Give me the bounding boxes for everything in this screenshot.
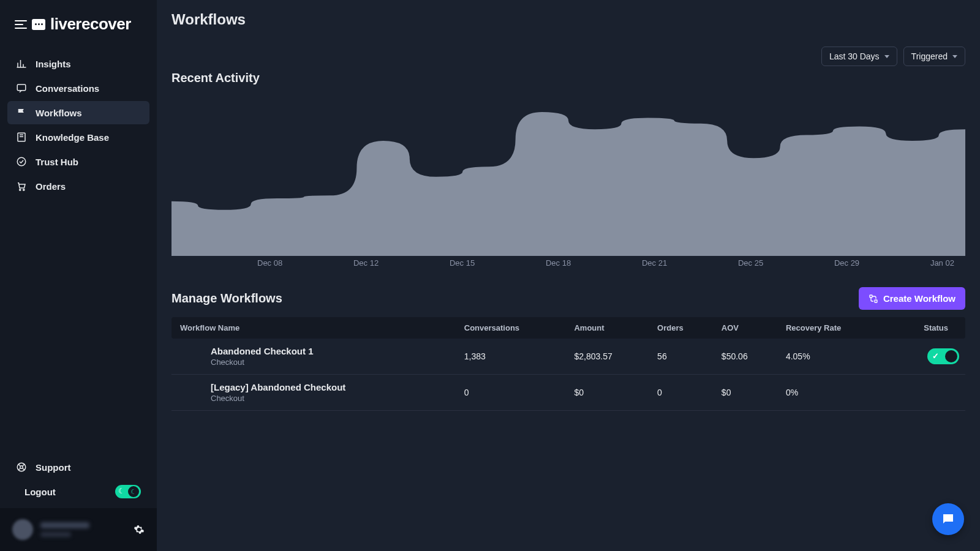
theme-toggle[interactable] xyxy=(115,485,141,498)
col-orders: Orders xyxy=(650,317,714,339)
menu-icon[interactable] xyxy=(15,20,27,29)
cell-orders: 0 xyxy=(650,375,714,411)
svg-rect-0 xyxy=(17,84,26,91)
book-icon xyxy=(16,132,27,143)
col-conversations: Conversations xyxy=(457,317,567,339)
cell-amount: $2,803.57 xyxy=(567,339,650,375)
chat-icon xyxy=(16,83,27,94)
activity-chart: Dec 08Dec 12Dec 15Dec 18Dec 21Dec 25Dec … xyxy=(172,94,965,271)
sidebar: liverecover Insights Conversations Workf… xyxy=(0,0,157,551)
activity-toolbar: Last 30 Days Triggered xyxy=(172,47,965,66)
col-status: Status xyxy=(889,317,965,339)
button-label: Create Workflow xyxy=(883,293,956,304)
brand-icon xyxy=(32,19,45,30)
cell-orders: 56 xyxy=(650,339,714,375)
create-workflow-button[interactable]: Create Workflow xyxy=(859,287,965,310)
svg-point-3 xyxy=(20,189,21,190)
cell-recovery-rate: 4.05% xyxy=(778,339,889,375)
col-recovery-rate: Recovery Rate xyxy=(778,317,889,339)
workflow-name: Abandoned Checkout 1 xyxy=(211,346,450,356)
page-title: Workflows xyxy=(172,11,965,28)
sidebar-item-conversations[interactable]: Conversations xyxy=(7,77,149,100)
dropdown-label: Triggered xyxy=(911,51,948,61)
sidebar-item-label: Conversations xyxy=(36,83,99,94)
chat-icon xyxy=(941,512,956,527)
x-tick-label: Dec 29 xyxy=(834,258,859,268)
cell-conversations: 0 xyxy=(457,375,567,411)
sidebar-item-label: Orders xyxy=(36,181,66,192)
cart-icon xyxy=(16,181,27,192)
main-content: Workflows Last 30 Days Triggered Recent … xyxy=(157,0,980,551)
sidebar-item-label: Insights xyxy=(36,59,71,69)
col-workflow-name: Workflow Name xyxy=(172,317,457,339)
recent-activity-title: Recent Activity xyxy=(172,71,965,85)
date-range-dropdown[interactable]: Last 30 Days xyxy=(821,47,897,66)
sidebar-item-label: Logout xyxy=(24,487,56,497)
col-aov: AOV xyxy=(714,317,778,339)
svg-point-4 xyxy=(23,189,24,190)
sidebar-item-trust-hub[interactable]: Trust Hub xyxy=(7,150,149,173)
workflow-icon xyxy=(869,294,878,304)
bottom-nav: Support Logout xyxy=(0,451,157,508)
sidebar-item-label: Knowledge Base xyxy=(36,132,109,143)
primary-nav: Insights Conversations Workflows Knowled… xyxy=(0,46,157,205)
x-tick-label: Dec 15 xyxy=(450,258,475,268)
svg-point-6 xyxy=(20,466,23,469)
sidebar-item-workflows[interactable]: Workflows xyxy=(7,101,149,124)
table-row[interactable]: [Legacy] Abandoned CheckoutCheckout 0 $0… xyxy=(172,375,965,411)
sidebar-item-label: Workflows xyxy=(36,108,82,118)
support-icon xyxy=(16,462,27,473)
user-name xyxy=(40,522,126,537)
cell-aov: $50.06 xyxy=(714,339,778,375)
intercom-launcher[interactable] xyxy=(932,503,964,535)
avatar xyxy=(12,519,33,540)
area-chart xyxy=(172,94,965,256)
flag-icon xyxy=(16,107,27,118)
table-row[interactable]: Abandoned Checkout 1Checkout 1,383 $2,80… xyxy=(172,339,965,375)
metric-dropdown[interactable]: Triggered xyxy=(903,47,965,66)
settings-icon[interactable] xyxy=(134,524,145,535)
x-axis-labels: Dec 08Dec 12Dec 15Dec 18Dec 21Dec 25Dec … xyxy=(172,256,965,268)
sidebar-item-label: Support xyxy=(36,462,71,473)
workflow-subtitle: Checkout xyxy=(211,394,450,403)
x-tick-label: Dec 08 xyxy=(257,258,282,268)
check-circle-icon xyxy=(16,156,27,167)
status-toggle[interactable] xyxy=(927,348,959,364)
x-tick-label: Dec 12 xyxy=(353,258,379,268)
sidebar-item-insights[interactable]: Insights xyxy=(7,52,149,75)
brand-name: liverecover xyxy=(50,15,131,34)
sidebar-item-orders[interactable]: Orders xyxy=(7,174,149,198)
user-area[interactable] xyxy=(0,508,157,551)
chevron-down-icon xyxy=(884,55,889,58)
svg-rect-7 xyxy=(870,295,872,298)
col-amount: Amount xyxy=(567,317,650,339)
cell-recovery-rate: 0% xyxy=(778,375,889,411)
cell-aov: $0 xyxy=(714,375,778,411)
workflows-table: Workflow Name Conversations Amount Order… xyxy=(172,317,965,411)
table-header-row: Workflow Name Conversations Amount Order… xyxy=(172,317,965,339)
x-tick-label: Dec 18 xyxy=(546,258,571,268)
manage-workflows-title: Manage Workflows xyxy=(172,291,282,305)
dropdown-label: Last 30 Days xyxy=(829,51,880,61)
workflow-subtitle: Checkout xyxy=(211,358,450,367)
svg-point-2 xyxy=(17,157,26,166)
x-tick-label: Dec 21 xyxy=(642,258,667,268)
sidebar-item-label: Trust Hub xyxy=(36,157,78,167)
svg-rect-8 xyxy=(875,300,877,302)
x-tick-label: Dec 25 xyxy=(738,258,763,268)
sidebar-item-logout[interactable]: Logout xyxy=(16,487,56,497)
cell-conversations: 1,383 xyxy=(457,339,567,375)
bar-chart-icon xyxy=(16,58,27,69)
chevron-down-icon xyxy=(952,55,957,58)
workflow-name: [Legacy] Abandoned Checkout xyxy=(211,382,450,392)
sidebar-item-knowledge-base[interactable]: Knowledge Base xyxy=(7,126,149,149)
sidebar-item-support[interactable]: Support xyxy=(7,455,149,479)
logo: liverecover xyxy=(0,0,157,46)
cell-amount: $0 xyxy=(567,375,650,411)
x-tick-label: Jan 02 xyxy=(930,258,954,268)
